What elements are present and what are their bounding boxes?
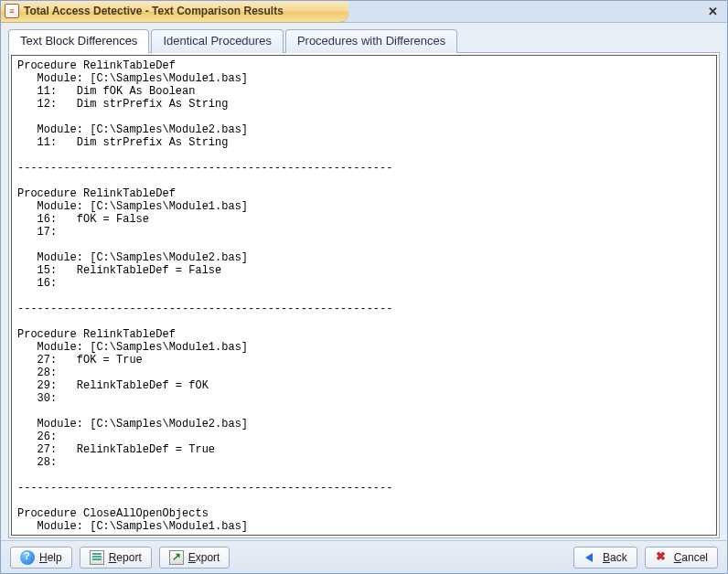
tab-strip: Text Block Differences Identical Procedu… bbox=[8, 28, 720, 52]
back-button[interactable]: Back bbox=[573, 547, 637, 569]
content-panel: Procedure RelinkTableDef Module: [C:\Sam… bbox=[8, 52, 720, 538]
report-button[interactable]: Report bbox=[80, 547, 152, 569]
footer-toolbar: Help Report Export Back Cancel bbox=[1, 540, 727, 573]
export-label: Export bbox=[188, 551, 220, 564]
back-label: Back bbox=[603, 551, 627, 564]
report-label: Report bbox=[109, 551, 142, 564]
export-button[interactable]: Export bbox=[159, 547, 230, 569]
help-button[interactable]: Help bbox=[10, 547, 72, 569]
cancel-label: Cancel bbox=[674, 551, 708, 564]
help-icon bbox=[20, 550, 35, 565]
report-icon bbox=[90, 550, 104, 565]
close-button[interactable]: ✕ bbox=[703, 5, 722, 19]
titlebar-tab: ≡ Total Access Detective - Text Comparis… bbox=[1, 1, 348, 23]
app-icon: ≡ bbox=[5, 4, 19, 18]
tab-text-block-differences[interactable]: Text Block Differences bbox=[8, 29, 149, 53]
tab-procedures-with-differences[interactable]: Procedures with Differences bbox=[285, 29, 457, 53]
export-icon bbox=[169, 550, 184, 565]
help-label: Help bbox=[39, 551, 62, 564]
window-title: Total Access Detective - Text Comparison… bbox=[24, 5, 284, 17]
main-area: Text Block Differences Identical Procedu… bbox=[1, 23, 727, 540]
tab-identical-procedures[interactable]: Identical Procedures bbox=[151, 29, 284, 53]
back-arrow-icon bbox=[583, 550, 598, 565]
comparison-text-output[interactable]: Procedure RelinkTableDef Module: [C:\Sam… bbox=[11, 55, 717, 536]
cancel-icon bbox=[655, 550, 669, 565]
titlebar: ≡ Total Access Detective - Text Comparis… bbox=[1, 1, 727, 23]
cancel-button[interactable]: Cancel bbox=[645, 547, 718, 569]
